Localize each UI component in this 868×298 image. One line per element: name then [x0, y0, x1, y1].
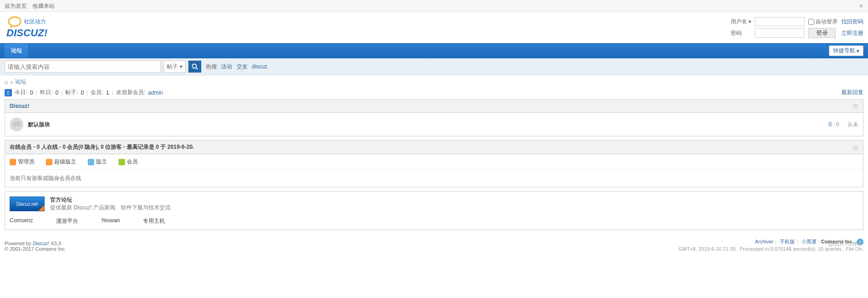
- forum-category-block: Discuz! ⊝ 默认版块 0/0 从未: [5, 99, 863, 136]
- username-input[interactable]: [755, 17, 805, 26]
- svg-line-4: [196, 68, 198, 70]
- forum-lastpost: 从未: [847, 121, 858, 129]
- role-mod-icon: [88, 159, 94, 165]
- password-label: 密码: [731, 29, 751, 37]
- login-box: 用户名 ▾ 自动登录 找回密码 密码 登录 立即注册: [731, 17, 863, 38]
- stats-yesterday-label: 昨日:: [40, 89, 52, 96]
- search-bar: 帖子 ▾ 热搜: 活动 交友 discuz: [0, 58, 868, 75]
- footer-link-mobile[interactable]: 手机版: [780, 239, 795, 244]
- official-link[interactable]: Yeswan: [101, 217, 120, 225]
- collapse-icon[interactable]: ⊝: [853, 144, 858, 151]
- svg-point-0: [9, 17, 21, 26]
- logo-icon: 社区动力 DISCUZ!: [5, 15, 64, 40]
- chevron-down-icon: ▾: [857, 48, 859, 54]
- set-home-link[interactable]: 设为首页: [5, 3, 27, 9]
- role-member-icon: [119, 159, 125, 165]
- latest-reply-link[interactable]: 最新回复: [841, 89, 863, 96]
- stats-today-label: 今日:: [15, 89, 27, 96]
- stats-posts-label: 帖子:: [65, 89, 78, 96]
- hot-search-label: 热搜:: [206, 63, 218, 71]
- role-supermod-icon: [46, 159, 52, 165]
- hot-link[interactable]: 交友: [237, 63, 248, 70]
- stats-members-label: 会员:: [91, 89, 103, 96]
- breadcrumb: ⌂ › 论坛: [0, 75, 868, 89]
- online-roles: 管理员 超级版主 版主 会员: [5, 154, 863, 170]
- main-nav: 论坛 快捷导航 ▾: [0, 43, 868, 58]
- official-forum-desc: 提供最新 Discuz! 产品新闻、软件下载与技术交流: [50, 204, 170, 212]
- stats-members-value: 1: [106, 90, 109, 96]
- search-input[interactable]: [5, 61, 161, 73]
- quick-nav-button[interactable]: 快捷导航 ▾: [829, 45, 863, 56]
- stats-icon[interactable]: ▯: [5, 89, 12, 96]
- official-links: Comsenz 漫游平台 Yeswan 专用主机: [10, 217, 858, 225]
- collapse-icon[interactable]: ⊝: [853, 102, 858, 110]
- forum-counts: 0/0: [828, 121, 839, 128]
- stats-yesterday-value: 0: [56, 90, 59, 96]
- official-forum-image[interactable]: Discuz.net: [10, 197, 45, 211]
- watermark: @51CTO博客: [828, 240, 862, 248]
- login-button[interactable]: 登录: [808, 28, 836, 38]
- role-member: 会员: [119, 158, 138, 166]
- autologin-checkbox[interactable]: [808, 19, 814, 25]
- forum-name-link[interactable]: 默认版块: [28, 121, 50, 129]
- role-supermod: 超级版主: [46, 158, 76, 166]
- password-input[interactable]: [755, 28, 805, 38]
- category-header: Discuz! ⊝: [5, 100, 863, 113]
- discuz-link[interactable]: Discuz!: [33, 241, 49, 246]
- header: 社区动力 DISCUZ! 用户名 ▾ 自动登录 找回密码 密码 登录 立即注册: [0, 12, 868, 43]
- online-message: 当前只有游客或隐身会员在线: [5, 170, 863, 187]
- stats-welcome-label: 欢迎新会员:: [116, 89, 145, 96]
- chevron-down-icon: ▾: [180, 63, 182, 70]
- stats-posts-value: 0: [81, 90, 84, 96]
- official-forum-title[interactable]: 官方论坛: [50, 196, 170, 204]
- role-mod: 版主: [88, 158, 107, 166]
- breadcrumb-sep: ›: [11, 79, 12, 85]
- footer-link-archiver[interactable]: Archiver: [755, 239, 773, 244]
- forum-icon: [10, 118, 23, 131]
- logo[interactable]: 社区动力 DISCUZ!: [5, 15, 64, 40]
- top-strip: 设为首页 收藏本站 ✕: [0, 0, 868, 12]
- svg-text:社区动力: 社区动力: [24, 18, 46, 25]
- official-link[interactable]: Comsenz: [10, 217, 33, 225]
- footer-link-blacklist[interactable]: 小黑屋: [801, 239, 817, 244]
- hot-search-links: 活动 交友 discuz: [221, 63, 270, 71]
- hot-link[interactable]: discuz: [252, 63, 267, 70]
- online-header: 在线会员 - 0 人在线 - 0 会员(0 隐身), 0 位游客 - 最高记录是…: [5, 141, 863, 154]
- category-title-link[interactable]: Discuz!: [10, 103, 29, 109]
- autologin-label: 自动登录: [816, 18, 838, 26]
- forum-row: 默认版块 0/0 从未: [5, 113, 863, 136]
- breadcrumb-forum[interactable]: 论坛: [15, 78, 26, 86]
- username-label: 用户名 ▾: [731, 18, 751, 26]
- role-admin-icon: [10, 159, 16, 165]
- search-icon: [192, 63, 198, 70]
- add-favorite-link[interactable]: 收藏本站: [33, 3, 55, 9]
- online-header-text: 在线会员 - 0 人在线 - 0 会员(0 隐身), 0 位游客 - 最高记录是…: [10, 143, 194, 151]
- stats-bar: ▯ 今日: 0 | 昨日: 0 | 帖子: 0 | 会员: 1 | 欢迎新会员:…: [0, 89, 868, 99]
- copyright: © 2001-2017 Comsenz Inc.: [5, 246, 66, 252]
- search-type-label: 帖子: [167, 63, 178, 71]
- stats-today-value: 0: [30, 90, 33, 96]
- online-block: 在线会员 - 0 人在线 - 0 会员(0 隐身), 0 位游客 - 最高记录是…: [5, 140, 863, 187]
- official-link[interactable]: 漫游平台: [56, 217, 78, 225]
- official-link[interactable]: 专用主机: [143, 217, 165, 225]
- nav-tab-forum[interactable]: 论坛: [5, 44, 29, 58]
- footer: Powered by Discuz! X3.3 © 2001-2017 Coms…: [0, 234, 868, 256]
- find-password-link[interactable]: 找回密码: [841, 18, 863, 26]
- svg-text:DISCUZ!: DISCUZ!: [6, 27, 47, 39]
- official-block: Discuz.net 官方论坛 提供最新 Discuz! 产品新闻、软件下载与技…: [5, 191, 863, 230]
- role-admin: 管理员: [10, 158, 34, 166]
- quick-nav-label: 快捷导航: [833, 47, 855, 55]
- hot-link[interactable]: 活动: [221, 63, 232, 70]
- svg-point-3: [193, 64, 197, 68]
- stats-newmember-link[interactable]: admin: [148, 90, 163, 96]
- autologin-wrap: 自动登录: [808, 18, 838, 26]
- search-type-dropdown[interactable]: 帖子 ▾: [164, 61, 186, 73]
- top-strip-left: 设为首页 收藏本站: [5, 0, 59, 12]
- powered-by: Powered by Discuz! X3.3: [5, 241, 66, 246]
- register-link[interactable]: 立即注册: [841, 29, 863, 37]
- home-icon[interactable]: ⌂: [5, 79, 8, 85]
- top-strip-close-icon[interactable]: ✕: [859, 0, 863, 12]
- search-button[interactable]: [188, 61, 201, 73]
